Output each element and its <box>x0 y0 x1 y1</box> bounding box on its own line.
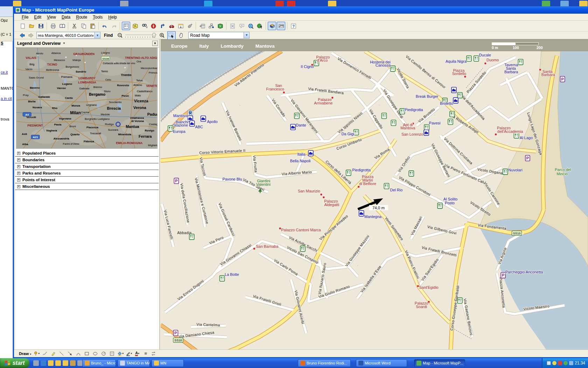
rectangle-tool[interactable] <box>84 351 90 356</box>
restaurant-icon[interactable] <box>474 56 479 61</box>
quicklaunch-icon-3[interactable] <box>48 360 54 366</box>
menu-data[interactable]: Data <box>59 14 73 20</box>
quicklaunch-icon-6[interactable] <box>70 360 76 366</box>
restaurant-icon[interactable] <box>424 124 429 130</box>
restaurant-icon[interactable] <box>189 234 194 240</box>
pushpin-button[interactable] <box>186 22 194 30</box>
map-style-dropdown-icon[interactable]: ▼ <box>244 32 250 39</box>
legend-button[interactable] <box>122 22 130 30</box>
quicklaunch-icon-5[interactable] <box>63 360 68 366</box>
hotel-icon[interactable] <box>308 150 313 156</box>
tray-icon-2[interactable] <box>552 361 556 365</box>
hotel-icon[interactable] <box>290 124 295 130</box>
excel-data-button[interactable] <box>228 22 237 30</box>
map-settings-button[interactable] <box>131 22 139 30</box>
legend-item-populated-places[interactable]: +Populated Places <box>15 150 159 157</box>
parking-icon[interactable]: P <box>525 155 530 161</box>
restaurant-icon[interactable] <box>448 119 453 125</box>
legend-item-boundaries[interactable]: +Boundaries <box>15 157 159 163</box>
train-station-icon[interactable] <box>188 110 193 116</box>
address-combo[interactable]: ▼ <box>36 32 100 39</box>
hotel-icon[interactable] <box>424 130 429 135</box>
task-5[interactable]: Microsoft Word <box>356 359 407 367</box>
oval-tool[interactable] <box>92 351 98 356</box>
open-button[interactable] <box>27 22 36 30</box>
arrow-tool[interactable] <box>67 351 73 356</box>
task-4[interactable]: Bruno Fiorentino Rodi... <box>298 359 351 367</box>
new-window-button[interactable] <box>176 22 185 30</box>
restaurant-icon[interactable] <box>391 120 396 126</box>
highlight-tool[interactable] <box>50 351 56 356</box>
start-button[interactable]: start <box>0 358 29 368</box>
restaurant-icon[interactable] <box>450 111 455 117</box>
restaurant-icon[interactable] <box>503 169 508 175</box>
parking-icon[interactable]: P <box>174 178 178 184</box>
restaurant-icon[interactable] <box>390 66 395 71</box>
tray-icon-1[interactable] <box>547 361 551 365</box>
restaurant-icon[interactable] <box>168 125 173 131</box>
menu-file[interactable]: File <box>19 14 31 20</box>
line-color-tool[interactable]: ▾ <box>126 351 132 356</box>
turn-route-button[interactable] <box>158 22 167 30</box>
menu-tools[interactable]: Tools <box>90 14 105 20</box>
expand-icon[interactable]: + <box>17 158 20 162</box>
legend-item-transportation[interactable]: +Transportation <box>15 163 159 170</box>
restaurant-icon[interactable] <box>382 113 386 119</box>
map-style-combo[interactable]: Road Map ▼ <box>188 32 250 39</box>
print-button[interactable] <box>49 22 57 30</box>
breadcrumb-lombardy[interactable]: Lombardy <box>221 43 244 49</box>
background-window[interactable]: Opz(C ˅ 1Sce.itMANTOa in cittrova <box>0 6 13 358</box>
route-arrows-tool[interactable] <box>151 351 157 356</box>
paste-button[interactable] <box>88 22 97 30</box>
draw-menu-button[interactable]: Draw ▾ <box>19 352 31 356</box>
parking-icon[interactable]: P <box>560 76 565 82</box>
restaurant-icon[interactable] <box>300 246 305 252</box>
restaurant-icon[interactable] <box>220 275 225 281</box>
web-pointer-button[interactable] <box>255 22 264 30</box>
parking-icon[interactable]: P <box>173 330 178 336</box>
quicklaunch-icon-2[interactable] <box>41 360 46 366</box>
zoom-in-icon[interactable] <box>158 32 166 39</box>
data-callout-button[interactable] <box>237 22 246 30</box>
hotel-icon[interactable] <box>190 121 195 127</box>
pushpin-tool[interactable]: ▾ <box>33 351 40 356</box>
forward-button[interactable] <box>27 32 35 39</box>
restaurant-icon[interactable] <box>467 56 471 61</box>
legend-close-button[interactable]: × <box>152 41 158 46</box>
zoom-out-icon[interactable] <box>116 32 124 39</box>
breadcrumb-mantova[interactable]: Mantova <box>255 43 275 49</box>
restaurant-icon[interactable] <box>384 183 389 189</box>
expand-icon[interactable]: + <box>17 185 20 188</box>
undo-button[interactable] <box>100 22 109 30</box>
restaurant-icon[interactable] <box>354 129 359 135</box>
task-6[interactable]: Map - Microsoft MapP... <box>414 359 465 367</box>
copy-button[interactable] <box>79 22 88 30</box>
restaurant-icon[interactable] <box>400 109 405 114</box>
help-button[interactable]: ? <box>289 22 298 30</box>
breadcrumb-italy[interactable]: Italy <box>200 43 209 49</box>
menu-edit[interactable]: Edit <box>31 14 44 20</box>
zoom-slider[interactable] <box>125 33 157 38</box>
select-tool[interactable] <box>167 31 176 40</box>
legend-header[interactable]: Legend and Overview ▼ × <box>15 39 159 48</box>
restaurant-icon[interactable] <box>409 171 414 176</box>
back-button[interactable] <box>18 32 26 39</box>
restaurant-icon[interactable] <box>457 93 462 98</box>
menu-route[interactable]: Route <box>73 14 90 20</box>
compass-button[interactable] <box>149 22 158 30</box>
task-1[interactable]: Bruno_ - Microsoft O... <box>82 359 116 367</box>
quicklaunch-icon-4[interactable] <box>55 360 61 366</box>
expand-icon[interactable]: + <box>17 172 20 175</box>
title-bar[interactable]: Map - Microsoft MapPoint Europe <box>14 6 588 14</box>
restaurant-icon[interactable] <box>294 113 299 119</box>
restaurant-icon[interactable] <box>346 170 351 176</box>
redo-button[interactable] <box>110 22 118 30</box>
line-style-tool[interactable]: ≡ <box>142 351 149 356</box>
save-button[interactable] <box>36 22 45 30</box>
expand-icon[interactable]: + <box>17 178 20 182</box>
hotel-icon[interactable] <box>359 211 364 216</box>
legend-caret-icon[interactable]: ▼ <box>63 42 65 45</box>
address-input[interactable] <box>36 32 94 39</box>
expand-icon[interactable]: + <box>17 152 20 155</box>
pan-tool[interactable] <box>177 31 186 40</box>
